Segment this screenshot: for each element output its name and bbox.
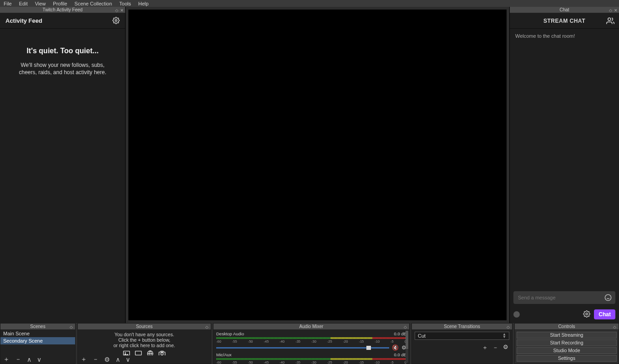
undock-icon[interactable]: ◇: [608, 7, 613, 14]
mixer-track-name: Desktop Audio: [216, 331, 244, 336]
start-recording-button[interactable]: Start Recording: [517, 339, 617, 346]
undock-icon[interactable]: ◇: [69, 324, 73, 330]
sources-toolbar: ＋ － ⚙ ∧ ∨: [78, 355, 211, 364]
preview-area: [126, 7, 509, 323]
activity-feed-empty-line2: cheers, raids, and host activity here.: [0, 69, 125, 76]
chat-bottom-bar: Chat: [510, 308, 619, 323]
sources-dock-title[interactable]: Sources ◇: [78, 324, 211, 330]
volume-slider[interactable]: [216, 347, 389, 349]
menu-edit[interactable]: Edit: [15, 1, 31, 6]
studio-mode-button[interactable]: Studio Mode: [517, 347, 617, 354]
scrollbar-thumb[interactable]: [406, 331, 408, 349]
activity-feed-empty-line1: We'll show your new follows, subs,: [0, 61, 125, 69]
chevron-updown-icon: ▲▼: [502, 333, 506, 339]
scenes-dock-title[interactable]: Scenes ◇: [0, 324, 75, 330]
chat-messages: Welcome to the chat room!: [510, 29, 619, 288]
remove-icon[interactable]: －: [15, 355, 21, 364]
remove-icon[interactable]: －: [92, 355, 99, 364]
close-icon[interactable]: ✕: [614, 7, 618, 14]
move-up-icon[interactable]: ∧: [27, 356, 31, 363]
transitions-toolbar: ＋ － ⚙: [412, 342, 512, 354]
mixer-track-name: Mic/Aux: [216, 352, 232, 357]
move-up-icon[interactable]: ∧: [116, 356, 120, 363]
sources-msg1: You don't have any sources.: [78, 332, 211, 337]
svg-point-2: [605, 294, 611, 300]
menu-file[interactable]: File: [1, 1, 15, 6]
start-streaming-button[interactable]: Start Streaming: [517, 332, 617, 339]
menu-scene-collection[interactable]: Scene Collection: [71, 1, 116, 6]
scene-item[interactable]: Main Scene: [0, 330, 75, 337]
scenes-dock: Scenes ◇ Main Scene Secondary Scene ＋ － …: [0, 323, 76, 364]
mixer-ticks: -60-55-50-45-40-35-30-25-20-15-10-50: [216, 360, 406, 364]
controls-dock-title[interactable]: Controls ◇: [515, 324, 619, 330]
transitions-body: Cut ▲▼ ＋ － ⚙: [412, 330, 512, 364]
mixer-meter: [216, 358, 406, 360]
sources-body[interactable]: You don't have any sources. Click the + …: [78, 330, 211, 364]
sources-empty-msg: You don't have any sources. Click the + …: [78, 330, 211, 348]
undock-icon[interactable]: ◇: [204, 324, 209, 330]
scrollbar[interactable]: [406, 331, 408, 363]
add-icon[interactable]: ＋: [3, 355, 10, 364]
undock-icon[interactable]: ◇: [506, 324, 510, 330]
lower-docks: Scenes ◇ Main Scene Secondary Scene ＋ － …: [0, 323, 619, 364]
add-icon[interactable]: ＋: [482, 344, 488, 352]
chat-dock: Chat ◇ ✕ STREAM CHAT Welcome to the chat…: [509, 7, 619, 323]
svg-point-7: [125, 352, 126, 354]
gear-icon[interactable]: ⚙: [503, 344, 508, 352]
transitions-dock-title[interactable]: Scene Transitions ◇: [412, 324, 512, 330]
mixer-body: Desktop Audio 0.0 dB -60-55-50-45-40-35-…: [213, 330, 409, 364]
preview-canvas[interactable]: [128, 10, 507, 320]
mixer-track-level: 0.0 dB: [394, 331, 406, 336]
chat-input-area: [510, 288, 619, 308]
controls-title-label: Controls: [558, 324, 575, 329]
add-icon[interactable]: ＋: [81, 355, 87, 364]
menu-tools[interactable]: Tools: [116, 1, 135, 6]
transitions-dock: Scene Transitions ◇ Cut ▲▼ ＋ － ⚙: [411, 323, 512, 364]
audio-mixer-dock: Audio Mixer ◇ Desktop Audio 0.0 dB -60-5…: [213, 323, 410, 364]
remove-icon[interactable]: －: [492, 344, 498, 352]
undock-icon[interactable]: ◇: [403, 324, 407, 330]
move-down-icon[interactable]: ∨: [37, 356, 41, 363]
sources-msg2: Click the + button below,: [78, 337, 211, 343]
gear-icon[interactable]: ⚙: [104, 356, 110, 363]
mixer-title-label: Audio Mixer: [299, 324, 324, 329]
transitions-title-label: Scene Transitions: [444, 324, 480, 329]
activity-feed-dock-title[interactable]: Twitch Activity Feed ◇ ✕: [0, 7, 125, 13]
chat-send-button[interactable]: Chat: [594, 309, 615, 319]
gear-icon[interactable]: [583, 310, 590, 318]
activity-feed-body: It's quiet. Too quiet... We'll show your…: [0, 29, 125, 323]
sources-msg3: or right click here to add one.: [78, 343, 211, 348]
undock-icon[interactable]: ◇: [114, 7, 119, 14]
scene-item[interactable]: Secondary Scene: [0, 337, 75, 344]
speaker-muted-icon[interactable]: 🔇: [392, 344, 399, 351]
undock-icon[interactable]: ◇: [612, 324, 617, 330]
menu-view[interactable]: View: [31, 1, 50, 6]
slider-thumb[interactable]: [366, 346, 371, 350]
chat-input[interactable]: [513, 291, 615, 304]
mixer-track-level: 0.0 dB: [394, 352, 406, 357]
activity-feed-empty-heading: It's quiet. Too quiet...: [0, 47, 125, 55]
activity-feed-dock-title-label: Twitch Activity Feed: [43, 7, 83, 12]
emoji-icon[interactable]: [604, 294, 612, 302]
move-down-icon[interactable]: ∨: [126, 356, 130, 363]
settings-button[interactable]: Settings: [517, 355, 617, 362]
close-icon[interactable]: ✕: [120, 7, 124, 14]
menu-help[interactable]: Help: [135, 1, 152, 6]
transition-select[interactable]: Cut ▲▼: [415, 332, 509, 340]
mixer-ticks: -60-55-50-45-40-35-30-25-20-15-10-50: [216, 339, 406, 344]
channel-points-icon[interactable]: [513, 311, 520, 318]
svg-point-1: [608, 18, 611, 20]
mixer-volume-row: 🔇 ⚙: [216, 344, 406, 351]
mixer-dock-title[interactable]: Audio Mixer ◇: [213, 324, 409, 330]
chat-welcome-message: Welcome to the chat room!: [515, 33, 575, 39]
activity-feed-header: Activity Feed: [0, 13, 125, 29]
transition-current: Cut: [418, 333, 426, 339]
menu-profile[interactable]: Profile: [49, 1, 71, 6]
gear-icon[interactable]: [112, 17, 120, 25]
users-icon[interactable]: [606, 17, 614, 26]
scenes-toolbar: ＋ － ∧ ∨: [0, 355, 75, 364]
chat-header: STREAM CHAT: [510, 13, 619, 29]
chat-header-title: STREAM CHAT: [543, 18, 585, 24]
chat-dock-title[interactable]: Chat ◇ ✕: [510, 7, 619, 13]
sources-dock: Sources ◇ You don't have any sources. Cl…: [77, 323, 211, 364]
